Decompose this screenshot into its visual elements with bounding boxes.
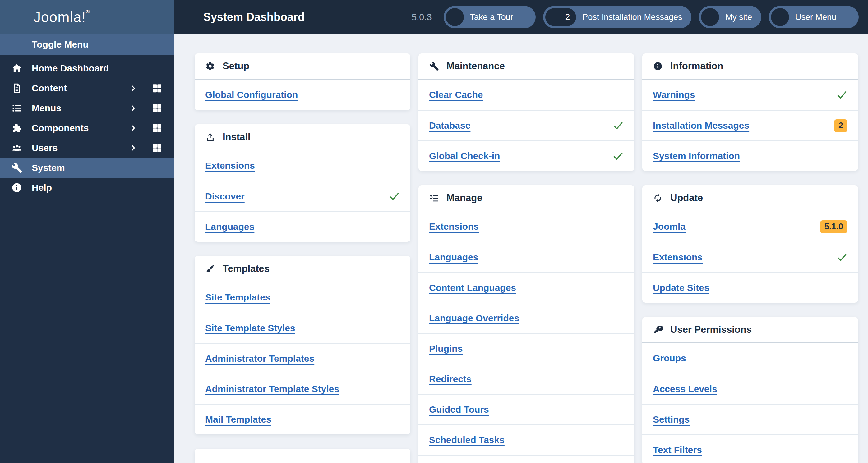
brand-header: Joomla!® xyxy=(0,0,174,34)
link-plugins[interactable]: Plugins xyxy=(429,343,463,354)
check-icon xyxy=(613,151,624,162)
check-icon xyxy=(389,191,400,202)
card-row: Languages xyxy=(418,242,634,272)
grid-icon[interactable] xyxy=(152,143,162,153)
link-update-sites[interactable]: Update Sites xyxy=(653,283,709,293)
card-row: Guided Tours xyxy=(418,394,634,425)
chevron-right-icon[interactable] xyxy=(129,124,137,132)
toggle-menu-button[interactable]: Toggle Menu xyxy=(0,34,174,55)
card-row: Settings xyxy=(642,404,858,434)
link-extensions[interactable]: Extensions xyxy=(429,221,479,232)
my-site-button[interactable]: My site xyxy=(699,6,762,28)
card-row: Installation Messages2 xyxy=(642,110,858,140)
card-row: Extensions xyxy=(195,151,410,181)
card-row: Discover xyxy=(195,181,410,211)
link-discover[interactable]: Discover xyxy=(205,191,245,202)
link-groups[interactable]: Groups xyxy=(653,353,686,364)
card-row: Joomla5.1.0 xyxy=(642,211,858,242)
sidebar: Joomla!® Toggle Menu Home DashboardConte… xyxy=(0,0,174,463)
take-a-tour-button[interactable]: Take a Tour xyxy=(444,6,536,28)
messages-count: 2 xyxy=(565,12,570,22)
card-row: Text Filters xyxy=(642,434,858,463)
card-setup: SetupGlobal Configuration xyxy=(195,54,410,110)
card-header-maintenance: Maintenance xyxy=(418,54,634,79)
link-installation-messages[interactable]: Installation Messages xyxy=(653,120,749,131)
grid-icon[interactable] xyxy=(152,123,162,133)
card-title: Install xyxy=(223,131,251,143)
external-link-icon xyxy=(705,12,715,22)
page-title: System Dashboard xyxy=(203,10,305,24)
card-row: Redirects xyxy=(418,364,634,394)
messages-count-capsule: 2 xyxy=(545,8,577,26)
sidebar-item-components[interactable]: Components xyxy=(0,118,174,138)
chevron-right-icon[interactable] xyxy=(129,84,137,92)
grid-icon[interactable] xyxy=(152,83,162,94)
card-row: Content Languages xyxy=(418,272,634,303)
link-languages[interactable]: Languages xyxy=(429,252,478,263)
sidebar-item-help[interactable]: Help xyxy=(0,178,174,198)
brush-icon xyxy=(205,264,215,274)
link-extensions[interactable]: Extensions xyxy=(653,252,703,263)
card-partial xyxy=(195,449,410,463)
chevron-down-icon xyxy=(520,14,526,21)
sidebar-item-users[interactable]: Users xyxy=(0,138,174,158)
link-database[interactable]: Database xyxy=(429,120,470,131)
status-check xyxy=(613,151,624,162)
card-update: UpdateJoomla5.1.0ExtensionsUpdate Sites xyxy=(642,185,858,303)
info-icon xyxy=(11,182,22,193)
link-joomla[interactable]: Joomla xyxy=(653,221,685,232)
card-row: Clear Cache xyxy=(418,79,634,110)
card-title: Information xyxy=(670,61,723,72)
link-guided-tours[interactable]: Guided Tours xyxy=(429,404,489,415)
link-global-check-in[interactable]: Global Check-in xyxy=(429,151,500,161)
home-icon xyxy=(11,63,22,74)
card-information: InformationWarningsInstallation Messages… xyxy=(642,54,858,171)
joomla-glyph-icon xyxy=(399,13,408,22)
link-site-templates[interactable]: Site Templates xyxy=(205,292,271,303)
wrench-icon xyxy=(429,61,439,71)
sidebar-item-menus[interactable]: Menus xyxy=(0,98,174,118)
link-content-languages[interactable]: Content Languages xyxy=(429,283,516,293)
link-redirects[interactable]: Redirects xyxy=(429,374,472,385)
link-administrator-templates[interactable]: Administrator Templates xyxy=(205,353,314,364)
card-header-templates: Templates xyxy=(195,256,410,282)
header-actions: 5.0.3 Take a Tour 2 Post Installation Me… xyxy=(399,6,859,28)
link-mail-templates[interactable]: Mail Templates xyxy=(205,414,271,425)
sidebar-item-content[interactable]: Content xyxy=(0,78,174,98)
brand-logo-text: Joomla!® xyxy=(34,9,90,26)
sidebar-item-system[interactable]: System xyxy=(0,158,174,178)
link-global-configuration[interactable]: Global Configuration xyxy=(205,90,298,100)
card-header-install: Install xyxy=(195,124,410,151)
card-row: Scheduled Tasks xyxy=(418,425,634,455)
status-check xyxy=(836,89,847,100)
chevron-down-icon xyxy=(842,14,849,21)
key-icon xyxy=(653,325,663,335)
link-text-filters[interactable]: Text Filters xyxy=(653,445,702,455)
link-extensions[interactable]: Extensions xyxy=(205,160,255,171)
sidebar-item-home-dashboard[interactable]: Home Dashboard xyxy=(0,58,174,78)
card-row: Extensions xyxy=(642,242,858,272)
link-warnings[interactable]: Warnings xyxy=(653,90,695,100)
link-site-template-styles[interactable]: Site Template Styles xyxy=(205,323,296,333)
link-access-levels[interactable]: Access Levels xyxy=(653,384,717,394)
card-row: Site Templates xyxy=(195,282,410,312)
link-scheduled-tasks[interactable]: Scheduled Tasks xyxy=(429,435,504,445)
link-language-overrides[interactable]: Language Overrides xyxy=(429,313,519,324)
user-menu-button[interactable]: User Menu xyxy=(769,6,859,28)
grid-icon[interactable] xyxy=(152,103,162,113)
status-badge-wrap: 2 xyxy=(834,119,847,132)
status-badge-wrap: 5.1.0 xyxy=(820,220,847,233)
card-row: Groups xyxy=(642,343,858,373)
link-administrator-template-styles[interactable]: Administrator Template Styles xyxy=(205,384,339,394)
chevron-right-icon[interactable] xyxy=(129,104,137,112)
link-settings[interactable]: Settings xyxy=(653,414,689,425)
chevron-right-icon[interactable] xyxy=(129,144,137,152)
check-icon xyxy=(613,120,624,131)
link-languages[interactable]: Languages xyxy=(205,222,254,232)
card-header-update: Update xyxy=(642,185,858,211)
external-link-icon-circle xyxy=(701,8,719,26)
link-clear-cache[interactable]: Clear Cache xyxy=(429,90,483,100)
post-installation-messages-button[interactable]: 2 Post Installation Messages xyxy=(543,6,692,28)
link-system-information[interactable]: System Information xyxy=(653,151,740,161)
my-site-label: My site xyxy=(725,12,752,22)
